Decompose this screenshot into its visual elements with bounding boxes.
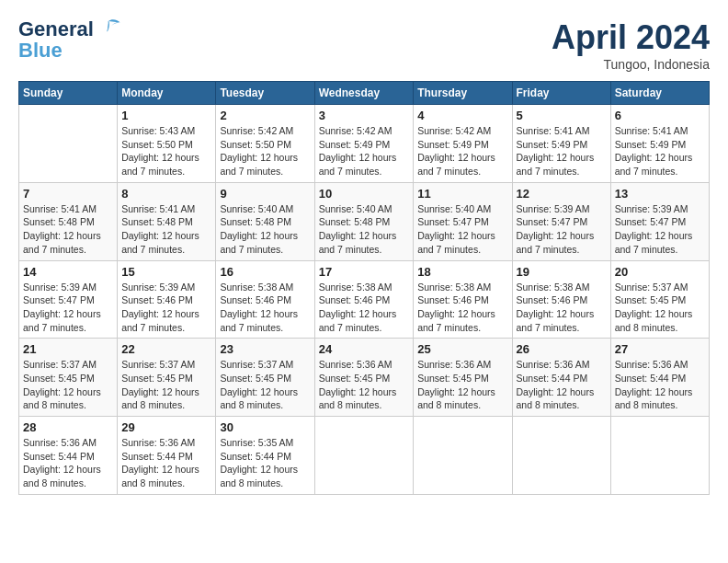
week-row-1: 1Sunrise: 5:43 AM Sunset: 5:50 PM Daylig… <box>19 105 710 183</box>
day-number: 30 <box>220 420 310 434</box>
calendar-cell: 3Sunrise: 5:42 AM Sunset: 5:49 PM Daylig… <box>314 105 414 183</box>
calendar-cell: 24Sunrise: 5:36 AM Sunset: 5:45 PM Dayli… <box>314 339 414 417</box>
day-info: Sunrise: 5:41 AM Sunset: 5:49 PM Dayligh… <box>517 124 607 178</box>
calendar-cell: 16Sunrise: 5:38 AM Sunset: 5:46 PM Dayli… <box>216 260 314 339</box>
day-number: 29 <box>121 420 211 434</box>
day-number: 27 <box>615 342 705 356</box>
calendar-cell: 13Sunrise: 5:39 AM Sunset: 5:47 PM Dayli… <box>610 182 709 260</box>
header-day-wednesday: Wednesday <box>314 82 414 105</box>
week-row-5: 28Sunrise: 5:36 AM Sunset: 5:44 PM Dayli… <box>19 417 710 495</box>
day-info: Sunrise: 5:41 AM Sunset: 5:48 PM Dayligh… <box>121 202 211 257</box>
day-number: 11 <box>417 187 507 201</box>
calendar-table: SundayMondayTuesdayWednesdayThursdayFrid… <box>18 81 710 495</box>
header-day-saturday: Saturday <box>610 82 709 105</box>
day-number: 20 <box>615 265 705 279</box>
day-number: 6 <box>615 109 705 122</box>
day-info: Sunrise: 5:40 AM Sunset: 5:47 PM Dayligh… <box>417 202 507 257</box>
header-row: SundayMondayTuesdayWednesdayThursdayFrid… <box>19 82 710 105</box>
calendar-cell: 28Sunrise: 5:36 AM Sunset: 5:44 PM Dayli… <box>19 417 118 495</box>
day-number: 23 <box>220 342 310 356</box>
calendar-cell: 17Sunrise: 5:38 AM Sunset: 5:46 PM Dayli… <box>314 260 414 339</box>
day-number: 7 <box>23 187 113 201</box>
day-info: Sunrise: 5:40 AM Sunset: 5:48 PM Dayligh… <box>220 202 310 257</box>
day-info: Sunrise: 5:38 AM Sunset: 5:46 PM Dayligh… <box>220 281 310 335</box>
day-number: 17 <box>319 265 410 279</box>
calendar-body: 1Sunrise: 5:43 AM Sunset: 5:50 PM Daylig… <box>19 105 710 495</box>
calendar-cell: 30Sunrise: 5:35 AM Sunset: 5:44 PM Dayli… <box>216 417 314 495</box>
day-info: Sunrise: 5:41 AM Sunset: 5:49 PM Dayligh… <box>615 124 705 178</box>
day-info: Sunrise: 5:36 AM Sunset: 5:44 PM Dayligh… <box>615 358 705 412</box>
calendar-cell: 18Sunrise: 5:38 AM Sunset: 5:46 PM Dayli… <box>414 260 512 339</box>
day-number: 13 <box>615 187 705 201</box>
week-row-2: 7Sunrise: 5:41 AM Sunset: 5:48 PM Daylig… <box>19 182 710 260</box>
day-number: 1 <box>121 109 211 122</box>
calendar-cell: 4Sunrise: 5:42 AM Sunset: 5:49 PM Daylig… <box>414 105 512 183</box>
day-info: Sunrise: 5:39 AM Sunset: 5:47 PM Dayligh… <box>615 202 705 257</box>
day-info: Sunrise: 5:40 AM Sunset: 5:48 PM Dayligh… <box>319 202 410 257</box>
calendar-cell: 2Sunrise: 5:42 AM Sunset: 5:50 PM Daylig… <box>216 105 314 183</box>
calendar-cell: 1Sunrise: 5:43 AM Sunset: 5:50 PM Daylig… <box>118 105 216 183</box>
calendar-header: SundayMondayTuesdayWednesdayThursdayFrid… <box>19 82 710 105</box>
day-number: 25 <box>417 342 507 356</box>
day-number: 3 <box>319 109 410 122</box>
day-info: Sunrise: 5:37 AM Sunset: 5:45 PM Dayligh… <box>121 358 211 412</box>
day-info: Sunrise: 5:42 AM Sunset: 5:50 PM Dayligh… <box>220 124 310 178</box>
day-number: 10 <box>319 187 410 201</box>
calendar-cell: 25Sunrise: 5:36 AM Sunset: 5:45 PM Dayli… <box>414 339 512 417</box>
calendar-cell: 6Sunrise: 5:41 AM Sunset: 5:49 PM Daylig… <box>610 105 709 183</box>
day-info: Sunrise: 5:39 AM Sunset: 5:46 PM Dayligh… <box>121 281 211 335</box>
calendar-cell: 11Sunrise: 5:40 AM Sunset: 5:47 PM Dayli… <box>414 182 512 260</box>
week-row-3: 14Sunrise: 5:39 AM Sunset: 5:47 PM Dayli… <box>19 260 710 339</box>
day-info: Sunrise: 5:37 AM Sunset: 5:45 PM Dayligh… <box>23 358 113 412</box>
calendar-cell: 20Sunrise: 5:37 AM Sunset: 5:45 PM Dayli… <box>610 260 709 339</box>
calendar-cell: 7Sunrise: 5:41 AM Sunset: 5:48 PM Daylig… <box>19 182 118 260</box>
header-day-sunday: Sunday <box>19 82 118 105</box>
calendar-cell: 15Sunrise: 5:39 AM Sunset: 5:46 PM Dayli… <box>118 260 216 339</box>
header-day-thursday: Thursday <box>414 82 512 105</box>
calendar-cell: 5Sunrise: 5:41 AM Sunset: 5:49 PM Daylig… <box>512 105 610 183</box>
calendar-cell: 19Sunrise: 5:38 AM Sunset: 5:46 PM Dayli… <box>512 260 610 339</box>
day-number: 15 <box>121 265 211 279</box>
calendar-cell <box>610 417 709 495</box>
day-info: Sunrise: 5:36 AM Sunset: 5:45 PM Dayligh… <box>319 358 410 412</box>
week-row-4: 21Sunrise: 5:37 AM Sunset: 5:45 PM Dayli… <box>19 339 710 417</box>
day-number: 28 <box>23 420 113 434</box>
day-number: 18 <box>417 265 507 279</box>
day-info: Sunrise: 5:39 AM Sunset: 5:47 PM Dayligh… <box>517 202 607 257</box>
header-day-monday: Monday <box>118 82 216 105</box>
calendar-cell: 21Sunrise: 5:37 AM Sunset: 5:45 PM Dayli… <box>19 339 118 417</box>
calendar-cell: 10Sunrise: 5:40 AM Sunset: 5:48 PM Dayli… <box>314 182 414 260</box>
day-info: Sunrise: 5:36 AM Sunset: 5:44 PM Dayligh… <box>23 436 113 490</box>
day-info: Sunrise: 5:42 AM Sunset: 5:49 PM Dayligh… <box>319 124 410 178</box>
day-info: Sunrise: 5:36 AM Sunset: 5:44 PM Dayligh… <box>517 358 607 412</box>
day-info: Sunrise: 5:43 AM Sunset: 5:50 PM Dayligh… <box>121 124 211 178</box>
day-number: 9 <box>220 187 310 201</box>
day-number: 2 <box>220 109 310 122</box>
calendar-cell: 22Sunrise: 5:37 AM Sunset: 5:45 PM Dayli… <box>118 339 216 417</box>
calendar-cell: 26Sunrise: 5:36 AM Sunset: 5:44 PM Dayli… <box>512 339 610 417</box>
day-info: Sunrise: 5:35 AM Sunset: 5:44 PM Dayligh… <box>220 436 310 490</box>
day-number: 8 <box>121 187 211 201</box>
day-number: 22 <box>121 342 211 356</box>
calendar-cell <box>414 417 512 495</box>
day-info: Sunrise: 5:42 AM Sunset: 5:49 PM Dayligh… <box>417 124 507 178</box>
calendar-cell: 8Sunrise: 5:41 AM Sunset: 5:48 PM Daylig… <box>118 182 216 260</box>
day-number: 12 <box>517 187 607 201</box>
logo: General Blue <box>18 18 121 61</box>
day-number: 5 <box>517 109 607 122</box>
calendar-cell <box>19 105 118 183</box>
title-block: April 2024 Tungoo, Indonesia <box>552 18 710 72</box>
calendar-cell: 23Sunrise: 5:37 AM Sunset: 5:45 PM Dayli… <box>216 339 314 417</box>
calendar-cell: 12Sunrise: 5:39 AM Sunset: 5:47 PM Dayli… <box>512 182 610 260</box>
calendar-cell <box>314 417 414 495</box>
day-info: Sunrise: 5:41 AM Sunset: 5:48 PM Dayligh… <box>23 202 113 257</box>
page-header: General Blue April 2024 Tungoo, Indonesi… <box>18 18 710 72</box>
day-info: Sunrise: 5:38 AM Sunset: 5:46 PM Dayligh… <box>319 281 410 335</box>
header-day-friday: Friday <box>512 82 610 105</box>
day-info: Sunrise: 5:38 AM Sunset: 5:46 PM Dayligh… <box>517 281 607 335</box>
day-number: 16 <box>220 265 310 279</box>
day-number: 26 <box>517 342 607 356</box>
calendar-cell: 29Sunrise: 5:36 AM Sunset: 5:44 PM Dayli… <box>118 417 216 495</box>
day-info: Sunrise: 5:36 AM Sunset: 5:44 PM Dayligh… <box>121 436 211 490</box>
day-info: Sunrise: 5:39 AM Sunset: 5:47 PM Dayligh… <box>23 281 113 335</box>
